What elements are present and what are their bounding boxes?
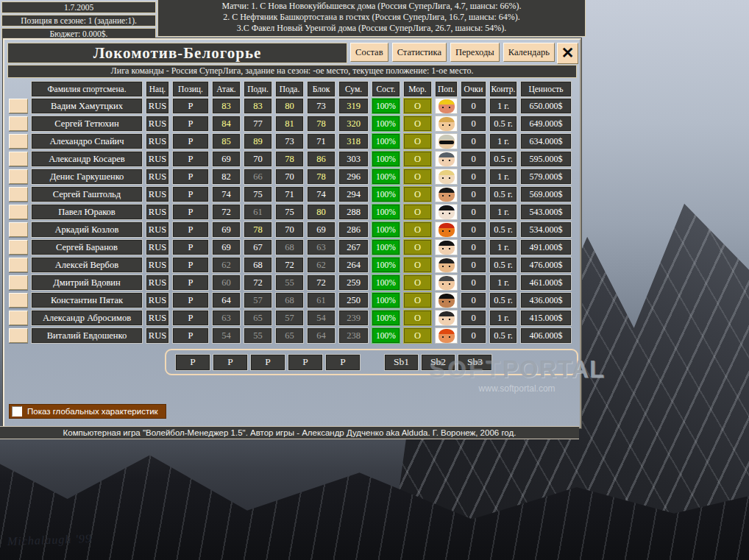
row-select-button[interactable] — [9, 311, 28, 325]
player-portrait — [435, 169, 458, 185]
desktop: Michalaugh '99 1.7.2005 Позиция в сезоне… — [0, 0, 749, 560]
portrait-eyes — [442, 336, 444, 338]
portrait-eyes — [442, 319, 444, 320]
morale-cell: О — [403, 327, 432, 344]
player-name-cell[interactable]: Виталий Евдошенко — [31, 327, 143, 344]
portrait-eyes — [442, 266, 444, 267]
column-header[interactable]: Контр. — [489, 81, 517, 97]
row-select-button[interactable] — [9, 99, 28, 113]
row-select-button[interactable] — [9, 152, 28, 166]
position-cell: Р — [172, 133, 209, 149]
position-button-2[interactable]: P — [213, 354, 248, 371]
stat-block-cell: 61 — [307, 292, 336, 308]
position-button-3[interactable]: P — [250, 354, 285, 371]
position-cell: Р — [172, 327, 209, 344]
stat-block-cell: 69 — [307, 221, 336, 238]
player-name-cell[interactable]: Павел Юраков — [31, 204, 143, 220]
player-name-cell[interactable]: Денис Гаркушенко — [31, 169, 143, 185]
upcoming-matches-panel: Матчи: 1. С Нова Новокуйбышевск дома (Ро… — [157, 0, 586, 37]
player-name-cell[interactable]: Сергей Гаштольд — [31, 186, 143, 202]
stat-set-cell: 78 — [244, 221, 272, 238]
column-header[interactable]: Сост. — [372, 81, 400, 97]
stat-sum-cell: 294 — [338, 186, 369, 202]
stat-set-cell: 68 — [244, 257, 272, 273]
match-line: 3.С Факел Новый Уренгой дома (Россия Суп… — [158, 23, 585, 34]
column-header[interactable]: Пода. — [275, 81, 304, 97]
row-select-button[interactable] — [9, 205, 28, 219]
column-header[interactable]: Поп. — [435, 81, 458, 97]
row-select-button[interactable] — [9, 187, 28, 202]
player-portrait — [435, 274, 458, 291]
checkbox[interactable] — [12, 406, 22, 417]
column-header[interactable]: Очки — [461, 81, 486, 97]
column-header[interactable]: Фамилия спортсмена. — [31, 81, 143, 97]
row-select-button[interactable] — [9, 328, 28, 343]
column-header[interactable]: Атак. — [212, 81, 241, 97]
player-name-cell[interactable]: Александр Абросимов — [31, 310, 143, 326]
tab-perehody[interactable]: Переходы — [450, 43, 500, 62]
table-row: Алехандро СпайичRUSР85897371318100%О01 г… — [9, 133, 572, 149]
stat-set-cell: 65 — [244, 310, 272, 326]
position-button-1[interactable]: P — [175, 354, 210, 371]
tab-sostav[interactable]: Состав — [350, 43, 388, 62]
position-cell: Р — [172, 310, 209, 326]
condition-cell: 100% — [372, 292, 400, 308]
stat-attack-cell: 69 — [212, 151, 241, 167]
tab-statistika[interactable]: Статистика — [392, 43, 447, 62]
column-header[interactable]: Позиц. — [172, 81, 209, 97]
points-cell: 0 — [461, 327, 486, 344]
stat-block-cell: 64 — [307, 327, 336, 344]
player-name-cell[interactable]: Александр Косарев — [31, 151, 143, 167]
row-select-button[interactable] — [9, 293, 28, 308]
column-header[interactable]: Подн. — [244, 81, 272, 97]
player-name-cell[interactable]: Сергей Тетюхин — [31, 116, 143, 132]
position-button-4[interactable]: P — [288, 354, 323, 371]
row-select-button[interactable] — [9, 240, 28, 255]
portrait-hair — [439, 223, 455, 228]
value-cell: 649.000$ — [520, 116, 572, 132]
player-name-cell[interactable]: Аркадий Козлов — [31, 221, 143, 238]
stat-attack-cell: 82 — [212, 169, 241, 185]
substitute-button-sb2[interactable]: Sb2 — [421, 354, 455, 371]
contract-cell: 0.5 г. — [489, 292, 517, 308]
row-select-button[interactable] — [9, 275, 28, 290]
column-header[interactable]: Блок — [307, 81, 336, 97]
portrait-face-icon — [439, 99, 455, 113]
stat-attack-cell: 83 — [212, 98, 241, 114]
row-select-button[interactable] — [9, 116, 28, 131]
row-select-button[interactable] — [9, 258, 28, 272]
stat-set-cell: 61 — [244, 204, 272, 220]
player-name-cell[interactable]: Сергей Баранов — [31, 239, 143, 255]
position-button-5[interactable]: P — [325, 354, 361, 371]
close-button[interactable]: ✕ — [557, 43, 578, 64]
player-name-cell[interactable]: Алехандро Спайич — [31, 133, 143, 149]
player-name-cell[interactable]: Алексей Вербов — [31, 257, 143, 273]
row-select-button[interactable] — [9, 169, 28, 184]
stat-set-cell: 89 — [244, 133, 272, 149]
player-name-cell[interactable]: Вадим Хамутцких — [31, 98, 143, 114]
condition-cell: 100% — [372, 133, 400, 149]
portrait-face-icon — [439, 241, 455, 255]
column-header[interactable]: Сум. — [338, 81, 369, 97]
row-select-button[interactable] — [9, 134, 28, 149]
position-cell: Р — [172, 186, 209, 202]
morale-cell: О — [403, 310, 432, 326]
stat-sum-cell: 318 — [338, 133, 369, 149]
stat-sum-cell: 239 — [338, 310, 369, 326]
contract-cell: 1 г. — [489, 239, 517, 255]
table-row: Константин ПятакRUSР64576861250100%О00.5… — [9, 292, 572, 308]
column-header[interactable]: Мор. — [403, 81, 432, 97]
tab-kalendar[interactable]: Календарь — [503, 43, 555, 62]
date-bar: 1.7.2005 — [1, 1, 156, 13]
points-cell: 0 — [461, 257, 486, 273]
stat-attack-cell: 69 — [212, 239, 241, 255]
substitute-button-sb3[interactable]: Sb3 — [458, 354, 492, 371]
column-header[interactable]: Ценность — [520, 81, 572, 97]
points-cell: 0 — [461, 169, 486, 185]
column-header[interactable]: Нац. — [146, 81, 169, 97]
global-stats-toggle[interactable]: Показ глобальных характеристик — [9, 404, 166, 419]
player-name-cell[interactable]: Константин Пятак — [31, 292, 143, 308]
substitute-button-sb1[interactable]: Sb1 — [384, 354, 419, 371]
player-name-cell[interactable]: Дмитрий Вдовин — [31, 274, 143, 291]
row-select-button[interactable] — [9, 222, 28, 237]
